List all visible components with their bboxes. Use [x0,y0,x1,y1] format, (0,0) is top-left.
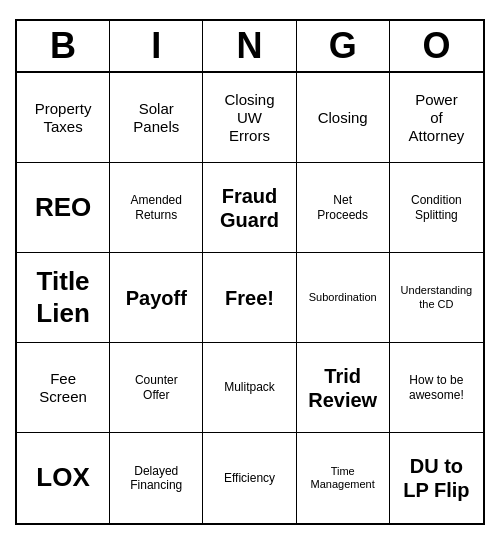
header-letter-o: O [390,21,483,71]
bingo-grid: Property TaxesSolar PanelsClosing UW Err… [17,73,483,523]
bingo-cell-6: Amended Returns [110,163,203,253]
cell-text-8: Net Proceeds [317,193,368,222]
cell-text-19: How to be awesome! [409,373,464,402]
bingo-cell-1: Solar Panels [110,73,203,163]
bingo-cell-16: Counter Offer [110,343,203,433]
header-letter-n: N [203,21,296,71]
cell-text-5: REO [35,192,91,223]
bingo-cell-3: Closing [297,73,390,163]
bingo-cell-9: Condition Splitting [390,163,483,253]
cell-text-15: Fee Screen [39,370,87,406]
cell-text-10: Title Lien [36,266,89,328]
bingo-cell-8: Net Proceeds [297,163,390,253]
cell-text-11: Payoff [126,286,187,310]
cell-text-4: Power of Attorney [408,91,464,145]
bingo-cell-2: Closing UW Errors [203,73,296,163]
cell-text-14: Understanding the CD [401,284,473,310]
cell-text-3: Closing [318,109,368,127]
cell-text-21: Delayed Financing [130,464,182,493]
bingo-cell-0: Property Taxes [17,73,110,163]
bingo-cell-15: Fee Screen [17,343,110,433]
cell-text-17: Mulitpack [224,380,275,394]
cell-text-7: Fraud Guard [220,184,279,232]
cell-text-9: Condition Splitting [411,193,462,222]
bingo-cell-13: Subordination [297,253,390,343]
bingo-cell-19: How to be awesome! [390,343,483,433]
bingo-cell-11: Payoff [110,253,203,343]
bingo-card: BINGO Property TaxesSolar PanelsClosing … [15,19,485,525]
bingo-cell-12: Free! [203,253,296,343]
cell-text-0: Property Taxes [35,100,92,136]
bingo-header: BINGO [17,21,483,73]
cell-text-16: Counter Offer [135,373,178,402]
bingo-cell-20: LOX [17,433,110,523]
bingo-cell-23: Time Management [297,433,390,523]
cell-text-22: Efficiency [224,471,275,485]
bingo-cell-22: Efficiency [203,433,296,523]
bingo-cell-21: Delayed Financing [110,433,203,523]
cell-text-6: Amended Returns [131,193,182,222]
bingo-cell-14: Understanding the CD [390,253,483,343]
header-letter-g: G [297,21,390,71]
cell-text-23: Time Management [311,465,375,491]
cell-text-24: DU to LP Flip [403,454,469,502]
header-letter-i: I [110,21,203,71]
bingo-cell-4: Power of Attorney [390,73,483,163]
bingo-cell-5: REO [17,163,110,253]
cell-text-2: Closing UW Errors [224,91,274,145]
bingo-cell-10: Title Lien [17,253,110,343]
header-letter-b: B [17,21,110,71]
cell-text-1: Solar Panels [133,100,179,136]
cell-text-20: LOX [36,462,89,493]
bingo-cell-18: Trid Review [297,343,390,433]
cell-text-12: Free! [225,286,274,310]
bingo-cell-7: Fraud Guard [203,163,296,253]
bingo-cell-17: Mulitpack [203,343,296,433]
cell-text-18: Trid Review [308,364,377,412]
cell-text-13: Subordination [309,291,377,304]
bingo-cell-24: DU to LP Flip [390,433,483,523]
